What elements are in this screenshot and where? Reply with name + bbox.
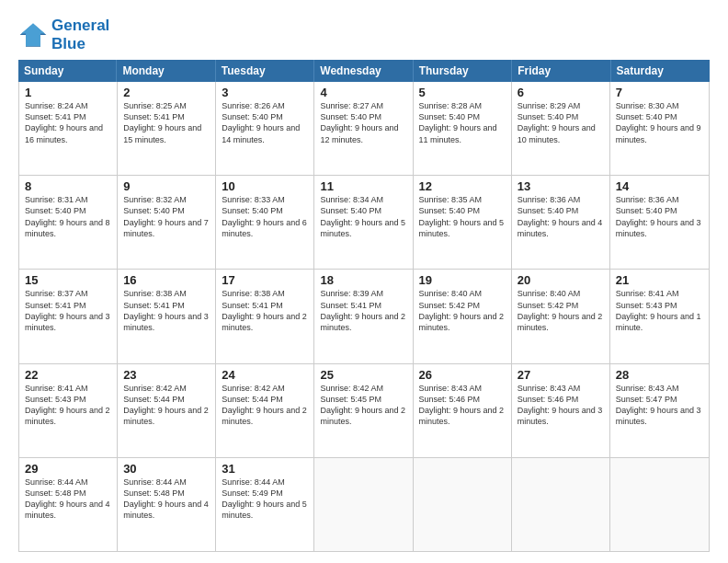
day-cell-31: 31Sunrise: 8:44 AM Sunset: 5:49 PM Dayli… (216, 458, 314, 551)
day-number: 27 (518, 368, 604, 382)
day-cell-1: 1Sunrise: 8:24 AM Sunset: 5:41 PM Daylig… (19, 82, 118, 175)
day-number: 13 (518, 179, 604, 193)
day-header-wednesday: Wednesday (314, 60, 413, 82)
day-cell-5: 5Sunrise: 8:28 AM Sunset: 5:40 PM Daylig… (414, 82, 512, 175)
day-cell-11: 11Sunrise: 8:34 AM Sunset: 5:40 PM Dayli… (314, 176, 413, 269)
day-info: Sunrise: 8:31 AM Sunset: 5:40 PM Dayligh… (25, 194, 111, 239)
day-number: 2 (123, 86, 210, 99)
day-number: 5 (419, 86, 506, 99)
day-number: 25 (320, 368, 406, 382)
day-info: Sunrise: 8:29 AM Sunset: 5:40 PM Dayligh… (518, 100, 604, 145)
day-info: Sunrise: 8:44 AM Sunset: 5:48 PM Dayligh… (25, 477, 111, 522)
header: General Blue (18, 17, 710, 52)
day-number: 24 (222, 368, 308, 382)
empty-cell (512, 458, 610, 551)
day-number: 18 (320, 273, 406, 287)
day-cell-14: 14Sunrise: 8:36 AM Sunset: 5:40 PM Dayli… (610, 176, 709, 269)
day-header-monday: Monday (117, 60, 215, 82)
day-cell-22: 22Sunrise: 8:41 AM Sunset: 5:43 PM Dayli… (19, 364, 118, 457)
day-cell-26: 26Sunrise: 8:43 AM Sunset: 5:46 PM Dayli… (414, 364, 512, 457)
day-info: Sunrise: 8:40 AM Sunset: 5:42 PM Dayligh… (518, 288, 604, 333)
calendar-row-4: 22Sunrise: 8:41 AM Sunset: 5:43 PM Dayli… (19, 364, 709, 458)
calendar-row-5: 29Sunrise: 8:44 AM Sunset: 5:48 PM Dayli… (19, 458, 709, 551)
day-info: Sunrise: 8:43 AM Sunset: 5:47 PM Dayligh… (616, 383, 703, 428)
day-number: 20 (518, 273, 604, 287)
day-info: Sunrise: 8:26 AM Sunset: 5:40 PM Dayligh… (222, 100, 308, 145)
day-info: Sunrise: 8:28 AM Sunset: 5:40 PM Dayligh… (419, 100, 506, 145)
day-number: 31 (222, 462, 308, 476)
calendar-page: General Blue SundayMondayTuesdayWednesda… (0, 0, 728, 563)
logo-icon (18, 20, 48, 50)
empty-cell (414, 458, 512, 551)
day-cell-17: 17Sunrise: 8:38 AM Sunset: 5:41 PM Dayli… (216, 270, 314, 362)
day-cell-13: 13Sunrise: 8:36 AM Sunset: 5:40 PM Dayli… (512, 176, 610, 269)
day-number: 6 (518, 86, 604, 99)
day-info: Sunrise: 8:30 AM Sunset: 5:40 PM Dayligh… (616, 100, 703, 145)
day-cell-23: 23Sunrise: 8:42 AM Sunset: 5:44 PM Dayli… (118, 364, 216, 457)
day-cell-28: 28Sunrise: 8:43 AM Sunset: 5:47 PM Dayli… (610, 364, 709, 457)
calendar-row-2: 8Sunrise: 8:31 AM Sunset: 5:40 PM Daylig… (19, 176, 709, 270)
day-cell-2: 2Sunrise: 8:25 AM Sunset: 5:41 PM Daylig… (118, 82, 216, 175)
day-number: 1 (25, 86, 111, 99)
day-info: Sunrise: 8:42 AM Sunset: 5:44 PM Dayligh… (123, 383, 210, 428)
day-info: Sunrise: 8:43 AM Sunset: 5:46 PM Dayligh… (419, 383, 506, 428)
day-info: Sunrise: 8:35 AM Sunset: 5:40 PM Dayligh… (419, 194, 506, 239)
day-cell-20: 20Sunrise: 8:40 AM Sunset: 5:42 PM Dayli… (512, 270, 610, 362)
calendar-header: SundayMondayTuesdayWednesdayThursdayFrid… (18, 60, 710, 82)
day-number: 3 (222, 86, 308, 99)
day-info: Sunrise: 8:37 AM Sunset: 5:41 PM Dayligh… (25, 288, 111, 333)
day-cell-3: 3Sunrise: 8:26 AM Sunset: 5:40 PM Daylig… (216, 82, 314, 175)
day-cell-30: 30Sunrise: 8:44 AM Sunset: 5:48 PM Dayli… (118, 458, 216, 551)
day-cell-25: 25Sunrise: 8:42 AM Sunset: 5:45 PM Dayli… (314, 364, 413, 457)
day-cell-18: 18Sunrise: 8:39 AM Sunset: 5:41 PM Dayli… (314, 270, 413, 362)
day-number: 26 (419, 368, 506, 382)
day-header-thursday: Thursday (414, 60, 512, 82)
day-info: Sunrise: 8:39 AM Sunset: 5:41 PM Dayligh… (320, 288, 406, 333)
day-number: 30 (123, 462, 210, 476)
day-number: 15 (25, 273, 111, 287)
day-number: 19 (419, 273, 506, 287)
day-info: Sunrise: 8:36 AM Sunset: 5:40 PM Dayligh… (616, 194, 703, 239)
day-cell-16: 16Sunrise: 8:38 AM Sunset: 5:41 PM Dayli… (118, 270, 216, 362)
logo: General Blue (18, 17, 109, 52)
day-number: 11 (320, 179, 406, 193)
day-cell-9: 9Sunrise: 8:32 AM Sunset: 5:40 PM Daylig… (118, 176, 216, 269)
calendar: SundayMondayTuesdayWednesdayThursdayFrid… (18, 60, 710, 552)
calendar-body: 1Sunrise: 8:24 AM Sunset: 5:41 PM Daylig… (18, 82, 710, 552)
day-number: 16 (123, 273, 210, 287)
day-info: Sunrise: 8:25 AM Sunset: 5:41 PM Dayligh… (123, 100, 210, 145)
day-header-saturday: Saturday (611, 60, 710, 82)
day-cell-19: 19Sunrise: 8:40 AM Sunset: 5:42 PM Dayli… (414, 270, 512, 362)
day-cell-21: 21Sunrise: 8:41 AM Sunset: 5:43 PM Dayli… (610, 270, 709, 362)
day-cell-7: 7Sunrise: 8:30 AM Sunset: 5:40 PM Daylig… (610, 82, 709, 175)
day-info: Sunrise: 8:38 AM Sunset: 5:41 PM Dayligh… (123, 288, 210, 333)
day-number: 23 (123, 368, 210, 382)
day-info: Sunrise: 8:42 AM Sunset: 5:45 PM Dayligh… (320, 383, 406, 428)
day-header-tuesday: Tuesday (216, 60, 314, 82)
day-cell-27: 27Sunrise: 8:43 AM Sunset: 5:46 PM Dayli… (512, 364, 610, 457)
day-cell-24: 24Sunrise: 8:42 AM Sunset: 5:44 PM Dayli… (216, 364, 314, 457)
day-info: Sunrise: 8:42 AM Sunset: 5:44 PM Dayligh… (222, 383, 308, 428)
logo-text: General Blue (51, 17, 109, 52)
day-cell-4: 4Sunrise: 8:27 AM Sunset: 5:40 PM Daylig… (314, 82, 413, 175)
calendar-row-1: 1Sunrise: 8:24 AM Sunset: 5:41 PM Daylig… (19, 82, 709, 176)
day-number: 7 (616, 86, 703, 99)
day-info: Sunrise: 8:41 AM Sunset: 5:43 PM Dayligh… (25, 383, 111, 428)
day-number: 12 (419, 179, 506, 193)
day-info: Sunrise: 8:44 AM Sunset: 5:48 PM Dayligh… (123, 477, 210, 522)
day-number: 14 (616, 179, 703, 193)
day-info: Sunrise: 8:38 AM Sunset: 5:41 PM Dayligh… (222, 288, 308, 333)
day-number: 17 (222, 273, 308, 287)
day-number: 22 (25, 368, 111, 382)
day-info: Sunrise: 8:32 AM Sunset: 5:40 PM Dayligh… (123, 194, 210, 239)
calendar-row-3: 15Sunrise: 8:37 AM Sunset: 5:41 PM Dayli… (19, 270, 709, 363)
day-info: Sunrise: 8:34 AM Sunset: 5:40 PM Dayligh… (320, 194, 406, 239)
day-number: 9 (123, 179, 210, 193)
day-info: Sunrise: 8:33 AM Sunset: 5:40 PM Dayligh… (222, 194, 308, 239)
empty-cell (610, 458, 709, 551)
day-number: 4 (320, 86, 406, 99)
day-info: Sunrise: 8:36 AM Sunset: 5:40 PM Dayligh… (518, 194, 604, 239)
day-number: 28 (616, 368, 703, 382)
day-header-sunday: Sunday (18, 60, 117, 82)
day-number: 10 (222, 179, 308, 193)
